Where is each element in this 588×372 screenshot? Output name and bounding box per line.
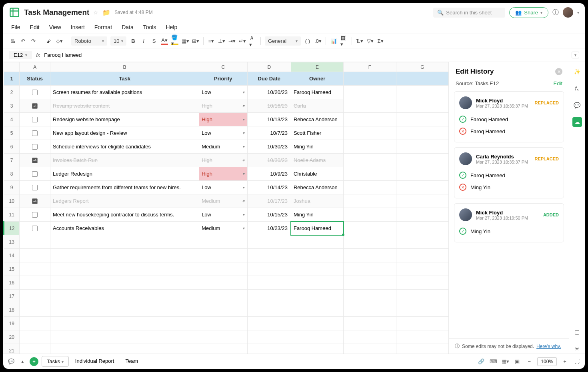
task-cell[interactable]: Gather requirements from different teams…	[50, 181, 199, 194]
task-cell[interactable]: Redesign website homepage	[50, 113, 199, 126]
col-header[interactable]: F	[344, 62, 396, 72]
status-checkbox[interactable]	[20, 208, 50, 222]
owner-cell[interactable]: Ming Yin	[291, 208, 343, 222]
row-header[interactable]: 18	[4, 303, 20, 317]
menu-format[interactable]: Format	[94, 24, 112, 30]
sheet-tab[interactable]: Tasks ▾	[42, 356, 69, 367]
row-header[interactable]: 19	[4, 317, 20, 330]
zoom-in-icon[interactable]: +	[561, 358, 569, 366]
due-cell[interactable]: 10/17/23	[247, 194, 291, 208]
borders-icon[interactable]: ▦▾	[182, 38, 189, 45]
function-icon[interactable]: fₓ	[572, 84, 582, 93]
collapse-icon[interactable]: ▾	[572, 52, 579, 58]
brightness-icon[interactable]: ☀	[572, 344, 582, 354]
row-header[interactable]: 13	[4, 235, 20, 249]
owner-cell[interactable]: Scott Fisher	[291, 126, 343, 140]
task-cell[interactable]: Revamp website content	[50, 99, 199, 113]
folder-icon[interactable]: 📁	[102, 9, 110, 16]
priority-cell[interactable]: High▾	[199, 167, 247, 181]
user-avatar[interactable]	[563, 7, 573, 18]
owner-cell[interactable]: Ming Yin	[291, 140, 343, 154]
due-cell[interactable]: 10/14/23	[247, 181, 291, 194]
row-header[interactable]: 6	[4, 140, 20, 154]
task-cell[interactable]: New app layout design - Review	[50, 126, 199, 140]
formula-input[interactable]: Farooq Hameed	[44, 52, 568, 58]
grid-icon[interactable]: ▣	[513, 358, 521, 366]
row-header[interactable]: 14	[4, 249, 20, 262]
cell-reference[interactable]: E12▾	[9, 51, 32, 59]
due-cell[interactable]: 10/20/23	[247, 86, 291, 99]
owner-cell[interactable]: Rebecca Anderson	[291, 113, 343, 126]
status-checkbox[interactable]	[20, 222, 50, 235]
col-header[interactable]: G	[396, 62, 448, 72]
owner-cell[interactable]: Noelle Adams	[291, 154, 343, 167]
strike-icon[interactable]: S	[150, 38, 158, 45]
owner-cell[interactable]: Joshua	[291, 194, 343, 208]
fill-color-icon[interactable]: 🪣▾	[171, 38, 178, 45]
menu-file[interactable]: File	[11, 24, 20, 30]
task-cell[interactable]: Ledger Redesign	[50, 167, 199, 181]
status-checkbox[interactable]	[20, 167, 50, 181]
priority-cell[interactable]: Low▾	[199, 86, 247, 99]
due-cell[interactable]: 10/30/23	[247, 154, 291, 167]
chevron-down-icon[interactable]: ▾	[577, 10, 579, 15]
sheets-menu-icon[interactable]: ▴	[18, 358, 26, 366]
owner-cell[interactable]: Christable	[291, 167, 343, 181]
star-icon[interactable]: ☆	[93, 9, 98, 16]
priority-cell[interactable]: Medium▾	[199, 222, 247, 235]
why-link[interactable]: Here's why.	[536, 344, 561, 349]
number-format-select[interactable]: General▾	[265, 36, 301, 46]
menu-edit[interactable]: Edit	[30, 24, 40, 30]
row-header[interactable]: 5	[4, 126, 20, 140]
panel-icon[interactable]: ▢	[572, 327, 582, 337]
priority-cell[interactable]: Medium▾	[199, 140, 247, 154]
zoom-out-icon[interactable]: −	[525, 358, 533, 366]
text-color-icon[interactable]: A▾	[161, 38, 168, 45]
chat-icon[interactable]: 💬	[7, 358, 15, 366]
task-cell[interactable]: Screen resumes for available positions	[50, 86, 199, 99]
row-header[interactable]: 11	[4, 208, 20, 222]
priority-cell[interactable]: High▾	[199, 99, 247, 113]
task-cell[interactable]: Invoices Batch Run	[50, 154, 199, 167]
priority-cell[interactable]: High▾	[199, 154, 247, 167]
priority-cell[interactable]: Low▾	[199, 208, 247, 222]
row-header[interactable]: 10	[4, 194, 20, 208]
owner-cell[interactable]: Carla	[291, 99, 343, 113]
menu-help[interactable]: Help	[166, 24, 177, 30]
ai-icon[interactable]: ✨	[572, 67, 582, 76]
row-header[interactable]: 12	[4, 222, 20, 235]
task-cell[interactable]: Accounts Receivables	[50, 222, 199, 235]
print-icon[interactable]: 🖶	[9, 38, 16, 45]
row-header[interactable]: 20	[4, 330, 20, 344]
status-checkbox[interactable]	[20, 86, 50, 99]
search-input[interactable]: 🔍 Search in this sheet	[433, 8, 505, 18]
merge-icon[interactable]: ⊞▾	[192, 38, 199, 45]
sigma-icon[interactable]: Σ▾	[377, 38, 384, 45]
sheet-tab[interactable]: Team	[120, 356, 143, 367]
col-header[interactable]: C	[199, 62, 247, 72]
due-cell[interactable]: 10/30/23	[247, 140, 291, 154]
cloud-icon[interactable]: ☁	[572, 117, 582, 127]
add-sheet-button[interactable]: +	[30, 357, 38, 366]
fontsize-select[interactable]: 10▾	[110, 36, 126, 46]
status-checkbox[interactable]: ✓	[20, 194, 50, 208]
menu-data[interactable]: Data	[122, 24, 134, 30]
row-header[interactable]: 8	[4, 167, 20, 181]
font-select[interactable]: Roboto▾	[71, 36, 107, 46]
undo-icon[interactable]: ↶	[19, 38, 26, 45]
row-header[interactable]: 2	[4, 86, 20, 99]
parens-icon[interactable]: ( )	[304, 38, 311, 45]
status-checkbox[interactable]	[20, 140, 50, 154]
owner-cell[interactable]: Farooq Hameed	[291, 86, 343, 99]
valign-icon[interactable]: ⊥▾	[218, 38, 225, 45]
col-header[interactable]: B	[50, 62, 199, 72]
priority-cell[interactable]: Low▾	[199, 126, 247, 140]
decimal-dec-icon[interactable]: .0▾	[314, 38, 322, 45]
col-header[interactable]: E	[291, 62, 343, 72]
menu-insert[interactable]: Insert	[71, 24, 85, 30]
row-header[interactable]: 7	[4, 154, 20, 167]
status-checkbox[interactable]: ✓	[20, 154, 50, 167]
owner-cell[interactable]: Rebecca Anderson	[291, 181, 343, 194]
rotate-icon[interactable]: Ａ▾	[249, 38, 256, 45]
italic-icon[interactable]: I	[140, 38, 147, 45]
